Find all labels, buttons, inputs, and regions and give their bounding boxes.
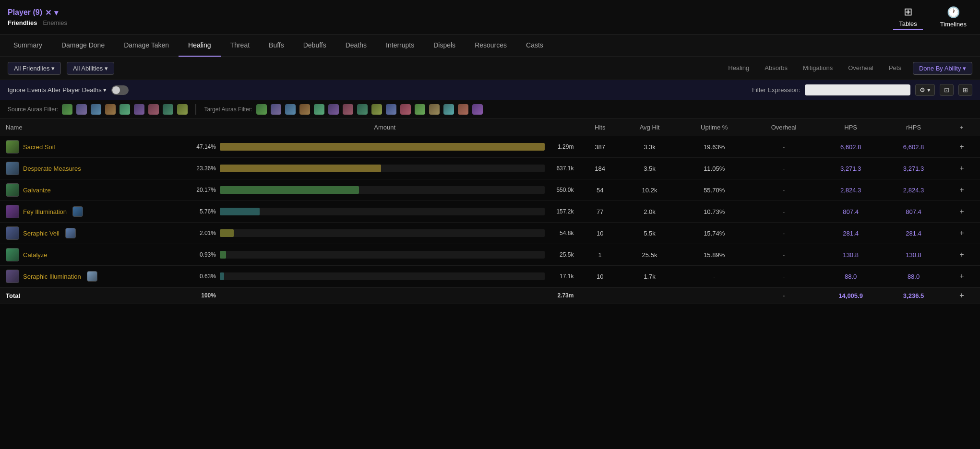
- row-hps-2: 2,824.3: [818, 179, 884, 201]
- col-avg-hit[interactable]: Avg Hit: [621, 119, 679, 136]
- tab-interrupts[interactable]: Interrupts: [376, 35, 424, 57]
- player-dropdown-icon[interactable]: ▾: [54, 8, 58, 17]
- tab-resources[interactable]: Resources: [465, 35, 516, 57]
- source-aura-7[interactable]: [148, 104, 159, 115]
- total-plus[interactable]: +: [944, 287, 980, 304]
- ignore-events-dropdown[interactable]: Ignore Events After Player Deaths ▾: [8, 86, 107, 94]
- bar-fill-2: [220, 186, 359, 194]
- col-hits[interactable]: Hits: [579, 119, 621, 136]
- done-by-ability-btn[interactable]: Done By Ability ▾: [913, 62, 972, 75]
- row-plus-3[interactable]: +: [944, 201, 980, 223]
- tab-casts[interactable]: Casts: [516, 35, 553, 57]
- tab-debuffs[interactable]: Debuffs: [294, 35, 336, 57]
- sub-tab-healing[interactable]: Healing: [724, 62, 753, 74]
- target-aura-3[interactable]: [285, 104, 296, 115]
- row-plus-6[interactable]: +: [944, 266, 980, 287]
- target-aura-11[interactable]: [400, 104, 411, 115]
- expand-btn[interactable]: ⊡: [940, 84, 954, 96]
- source-aura-6[interactable]: [134, 104, 144, 115]
- tab-dispels[interactable]: Dispels: [424, 35, 465, 57]
- source-aura-1[interactable]: [62, 104, 72, 115]
- target-aura-5[interactable]: [314, 104, 324, 115]
- plus-icon-2[interactable]: +: [957, 186, 966, 194]
- col-hps[interactable]: HPS: [818, 119, 884, 136]
- target-aura-6[interactable]: [328, 104, 339, 115]
- timelines-view-btn[interactable]: 🕐 Timelines: [934, 4, 972, 30]
- row-plus-0[interactable]: +: [944, 136, 980, 158]
- tab-deaths[interactable]: Deaths: [336, 35, 376, 57]
- tab-damage-done[interactable]: Damage Done: [52, 35, 114, 57]
- tab-threat[interactable]: Threat: [221, 35, 259, 57]
- total-uptime: [679, 287, 750, 304]
- target-aura-7[interactable]: [343, 104, 353, 115]
- col-amount[interactable]: Amount: [190, 119, 579, 136]
- target-aura-16[interactable]: [472, 104, 483, 115]
- plus-icon-0[interactable]: +: [957, 142, 966, 151]
- source-aura-9[interactable]: [177, 104, 188, 115]
- target-aura-15[interactable]: [458, 104, 468, 115]
- row-plus-4[interactable]: +: [944, 223, 980, 244]
- col-rhps[interactable]: rHPS: [884, 119, 943, 136]
- source-aura-5[interactable]: [120, 104, 130, 115]
- col-overheal[interactable]: Overheal: [750, 119, 818, 136]
- total-avghit: [621, 287, 679, 304]
- target-aura-14[interactable]: [443, 104, 454, 115]
- row-plus-5[interactable]: +: [944, 244, 980, 266]
- sub-tab-overheal[interactable]: Overheal: [844, 62, 877, 74]
- target-aura-13[interactable]: [429, 104, 440, 115]
- source-aura-8[interactable]: [163, 104, 173, 115]
- target-aura-1[interactable]: [256, 104, 267, 115]
- pct-2: 20.17%: [196, 187, 216, 193]
- source-aura-3[interactable]: [91, 104, 101, 115]
- row-name-1[interactable]: Desperate Measures: [0, 158, 190, 179]
- row-name-0[interactable]: Sacred Soil: [0, 136, 190, 158]
- tab-damage-taken[interactable]: Damage Taken: [114, 35, 179, 57]
- sub-tab-pets[interactable]: Pets: [885, 62, 905, 74]
- tab-healing[interactable]: Healing: [179, 35, 220, 57]
- plus-icon-6[interactable]: +: [957, 272, 966, 280]
- table-row: Sacred Soil 47.14% 1.29m 3873.3k19.63%-6…: [0, 136, 980, 158]
- friendlies-tab[interactable]: Friendlies: [8, 19, 37, 26]
- row-name-6[interactable]: Seraphic Illumination: [0, 266, 190, 287]
- filter-expr-input[interactable]: [805, 84, 910, 95]
- all-friendlies-btn[interactable]: All Friendlies ▾: [8, 62, 61, 75]
- row-name-3[interactable]: Fey Illumination: [0, 201, 190, 223]
- target-aura-10[interactable]: [386, 104, 396, 115]
- tab-summary[interactable]: Summary: [4, 35, 52, 57]
- ignore-toggle[interactable]: [111, 85, 129, 95]
- rhps-val-2: 2,824.3: [903, 187, 924, 194]
- sub-tab-absorbs[interactable]: Absorbs: [761, 62, 791, 74]
- row-name-5[interactable]: Catalyze: [0, 244, 190, 266]
- tab-buffs[interactable]: Buffs: [259, 35, 294, 57]
- plus-icon-4[interactable]: +: [957, 229, 966, 237]
- source-aura-2[interactable]: [76, 104, 87, 115]
- row-plus-1[interactable]: +: [944, 158, 980, 179]
- row-hps-1: 3,271.3: [818, 158, 884, 179]
- tables-view-btn[interactable]: ⊞ Tables: [893, 4, 923, 30]
- col-uptime[interactable]: Uptime %: [679, 119, 750, 136]
- all-abilities-btn[interactable]: All Abilities ▾: [67, 62, 114, 75]
- plus-icon-3[interactable]: +: [957, 207, 966, 215]
- col-plus[interactable]: +: [944, 119, 980, 136]
- target-aura-4[interactable]: [299, 104, 310, 115]
- fullscreen-btn[interactable]: ⊞: [958, 84, 972, 96]
- gear-btn[interactable]: ⚙ ▾: [915, 84, 935, 96]
- ignore-row: Ignore Events After Player Deaths ▾ Filt…: [0, 80, 980, 100]
- timelines-label: Timelines: [940, 21, 967, 28]
- plus-icon-1[interactable]: +: [957, 164, 966, 172]
- target-aura-8[interactable]: [357, 104, 368, 115]
- target-aura-9[interactable]: [371, 104, 382, 115]
- row-plus-2[interactable]: +: [944, 179, 980, 201]
- sub-tab-mitigations[interactable]: Mitigations: [799, 62, 837, 74]
- top-right: ⊞ Tables 🕐 Timelines: [893, 4, 972, 30]
- row-name-2[interactable]: Galvanize: [0, 179, 190, 201]
- target-aura-12[interactable]: [415, 104, 425, 115]
- target-aura-2[interactable]: [271, 104, 281, 115]
- plus-icon-5[interactable]: +: [957, 250, 966, 259]
- row-name-4[interactable]: Seraphic Veil: [0, 223, 190, 244]
- source-aura-4[interactable]: [105, 104, 116, 115]
- enemies-tab[interactable]: Enemies: [43, 19, 67, 26]
- col-name[interactable]: Name: [0, 119, 190, 136]
- close-icon[interactable]: ✕: [45, 8, 51, 17]
- ability-icon-0: [6, 140, 19, 154]
